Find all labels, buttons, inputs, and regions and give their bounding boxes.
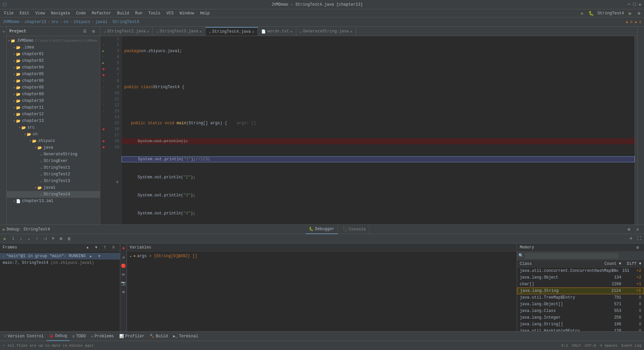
frames-side-camera[interactable]: 📷	[120, 280, 127, 287]
tab-stringtest3[interactable]: ☕ StringTest3.java ✕	[153, 27, 205, 36]
debug-step-over-btn[interactable]: ⤵	[9, 235, 17, 242]
frames-side-stop[interactable]: ■	[120, 245, 127, 252]
frames-side-bug[interactable]: 🔴	[120, 262, 127, 270]
tree-idea[interactable]: ▸📂.idea	[7, 44, 100, 51]
breadcrumb-jvmdemo[interactable]: JVMDemo	[3, 20, 19, 24]
debug-run-to-cursor-btn[interactable]: →|	[41, 235, 49, 242]
toolbar-settings-icon[interactable]: ⚙	[635, 10, 643, 17]
frame-down-icon[interactable]: ▼	[96, 252, 103, 260]
debug-resume-btn[interactable]: ▶	[1, 235, 9, 242]
memory-row-1[interactable]: java.lang.Object 134 +2	[517, 274, 644, 281]
tree-java[interactable]: ▾📂java	[7, 144, 100, 151]
tab-close-words[interactable]: ✕	[290, 29, 293, 34]
menu-help[interactable]: Help	[197, 10, 212, 16]
debug-evaluate-btn[interactable]: ≡	[49, 235, 57, 242]
tree-chapter05[interactable]: ▸📂chapter05	[7, 71, 100, 77]
code-lines[interactable]: package cn.zhiyucs.java1; public class S…	[122, 36, 635, 224]
var-item-args[interactable]: ▸ ● args = {String[0]@492} []	[127, 253, 517, 259]
window-controls[interactable]: ─ □ ✕	[628, 2, 641, 7]
tree-stringtest2[interactable]: ☕StringTest2	[7, 171, 100, 178]
debug-add-btn[interactable]: +	[627, 235, 635, 242]
debug-threads-btn[interactable]: ≣	[65, 235, 73, 242]
tree-chapter10[interactable]: ▸📂chapter10	[7, 98, 100, 104]
tree-cn[interactable]: ▾📂cn	[7, 131, 100, 138]
bottom-tab-build[interactable]: 🔨 Build	[147, 332, 170, 341]
memory-settings-icon[interactable]: ⚙	[634, 244, 641, 251]
status-indent[interactable]: 4 spaces	[600, 344, 618, 348]
close-button[interactable]: ✕	[639, 2, 641, 7]
breadcrumb-src[interactable]: src	[51, 20, 59, 24]
tree-stringtest3[interactable]: ☕StringTest3	[7, 178, 100, 184]
menu-navigate[interactable]: Navigate	[48, 10, 73, 16]
tree-chapter12[interactable]: ▸📂chapter12	[7, 111, 100, 118]
menu-run[interactable]: Run	[132, 10, 145, 16]
menu-vcs[interactable]: VCS	[164, 10, 176, 16]
tab-close-stringtest3[interactable]: ✕	[199, 29, 202, 34]
tab-generatestring[interactable]: ☕ GenerateString.java ✕	[296, 27, 356, 36]
bottom-tab-problems[interactable]: ⚠ Problems	[88, 332, 116, 341]
debug-settings-icon[interactable]: ⚙	[625, 226, 633, 233]
project-menu-icon[interactable]: ☰	[81, 28, 89, 35]
tab-words[interactable]: 📄 words.txt ✕	[258, 27, 296, 36]
event-log-label[interactable]: Event Log	[622, 344, 641, 348]
bottom-tab-todo[interactable]: ☑ TODO	[70, 332, 88, 341]
tree-chapter08[interactable]: ▸📂chapter08	[7, 84, 100, 91]
bottom-tab-profiler[interactable]: 📊 Profiler	[117, 332, 147, 341]
tree-root-jvmdemo[interactable]: ▾ 📁 JVMDemo C:\Users\54271\Documents\JVM…	[7, 37, 100, 44]
tree-chapter09[interactable]: ▸📂chapter09	[7, 91, 100, 98]
menu-window[interactable]: Window	[177, 10, 197, 16]
memory-row-5[interactable]: java.lang.Object[] 571 0	[517, 301, 644, 308]
code-editor[interactable]: ·1 ·2 ▶3 ·4 ▶5 ●6 ●7 ·8 ·9 ·10 ·11 ·12 ·…	[100, 36, 637, 224]
memory-search-input[interactable]	[525, 253, 618, 259]
toolbar-debug-icon[interactable]: 🐛	[588, 10, 595, 17]
frames-up-btn[interactable]: ▲	[84, 244, 91, 251]
memory-row-0[interactable]: java.util.concurrent.ConcurrentHashMap$N…	[517, 268, 644, 274]
tree-chapter11[interactable]: ▸📂chapter11	[7, 104, 100, 111]
frames-filter-btn[interactable]: ⊤	[101, 244, 109, 251]
memory-row-9[interactable]: java.util.Hashtable$Entry 120 0	[517, 328, 644, 331]
breadcrumb-java1[interactable]: java1	[96, 20, 108, 24]
debug-tab-console[interactable]: ⬛ Console	[339, 225, 369, 234]
bottom-tab-versioncontrol[interactable]: ⑂ Version Control	[1, 332, 46, 341]
frame-up-icon[interactable]: ▲	[87, 252, 94, 260]
tree-java1[interactable]: ▾📂java1	[7, 184, 100, 191]
tree-stringexer[interactable]: ☕StringExer	[7, 158, 100, 164]
tab-close-stringtest2[interactable]: ✕	[147, 29, 149, 34]
tab-stringtest4[interactable]: ☕ StringTest4.java ✕	[205, 27, 258, 36]
frames-copy-btn[interactable]: ⎘	[110, 244, 117, 251]
frames-side-settings2[interactable]: ⚙	[120, 288, 127, 296]
breadcrumb-chapter13[interactable]: chapter13	[25, 20, 46, 24]
status-line-sep[interactable]: CRLF	[572, 344, 581, 348]
minimize-button[interactable]: ─	[628, 2, 630, 7]
tree-generatestring[interactable]: ☕GenerateString	[7, 151, 100, 158]
frame-item-main-running[interactable]: ✓ "main"@1 in group "main": RUNNING ▲ ▼	[0, 253, 120, 259]
tree-stringtest4[interactable]: ☕StringTest4	[7, 191, 100, 198]
menu-refactor[interactable]: Refactor	[89, 10, 114, 16]
tab-close-stringtest4[interactable]: ✕	[252, 30, 255, 34]
toolbar-run-btn[interactable]: ▶	[627, 10, 634, 17]
memory-col-diff-header[interactable]: Diff ▼	[624, 261, 644, 266]
tab-stringtest2[interactable]: ☕ StringTest2.java ✕	[100, 27, 153, 36]
memory-row-7[interactable]: java.lang.Integer 256 0	[517, 314, 644, 321]
tree-chapter02[interactable]: ▸📂chapter02	[7, 57, 100, 64]
frames-side-infinity[interactable]: ∞	[120, 271, 127, 278]
tree-zhiyucs[interactable]: ▾📂zhiyucs	[7, 138, 100, 144]
tree-chapter06[interactable]: ▸📂chapter06	[7, 77, 100, 84]
bottom-tab-terminal[interactable]: ▶_ Terminal	[170, 332, 201, 341]
memory-row-3-string[interactable]: java.lang.String 2124 +1	[517, 288, 644, 294]
menu-build[interactable]: Build	[114, 10, 132, 16]
debug-step-out-btn[interactable]: ↑	[33, 235, 41, 242]
menu-file[interactable]: File	[1, 10, 16, 16]
frames-side-reload[interactable]: ↺	[120, 253, 127, 261]
debug-panel-expand-btn[interactable]: ⛶	[635, 235, 643, 242]
memory-col-count-header[interactable]: Count ▼	[601, 261, 624, 266]
frame-item-main7[interactable]: main:7, StringTest4 (cn.zhiyucs.java1)	[0, 259, 120, 266]
breadcrumb-cn[interactable]: cn	[63, 20, 68, 24]
tree-chapter13[interactable]: ▾📂chapter13	[7, 118, 100, 124]
menu-tools[interactable]: Tools	[146, 10, 163, 16]
status-position[interactable]: 6:1	[561, 344, 568, 348]
tree-src[interactable]: ▾📂src	[7, 124, 100, 131]
debug-close-icon[interactable]: ✕	[634, 226, 641, 233]
debug-tab-debugger[interactable]: 🐛 Debugger	[306, 225, 338, 234]
tree-chapter04[interactable]: ▸📂chapter04	[7, 64, 100, 71]
